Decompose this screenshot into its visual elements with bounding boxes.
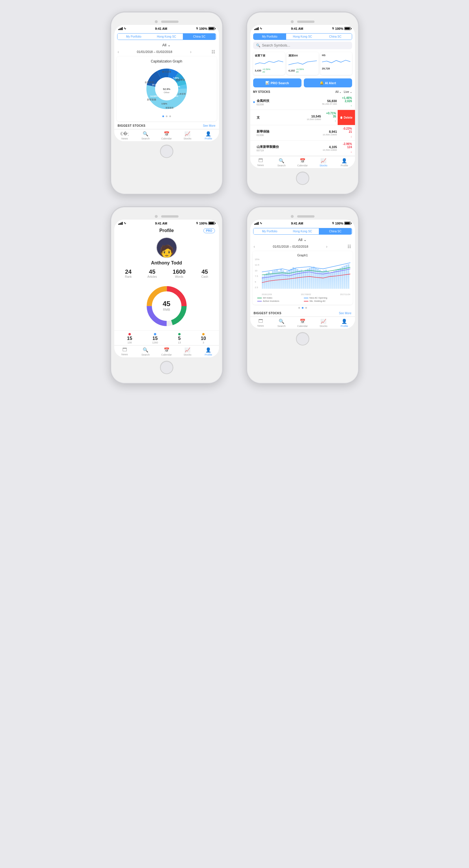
time-3: 9:41 AM (155, 222, 167, 225)
nav-news-1[interactable]: €�; News (114, 131, 135, 140)
nav-profile-2[interactable]: 👤 Profile (334, 158, 355, 167)
chevron-right-icon-1[interactable]: › (190, 50, 191, 54)
change-val-2: -0.23% (337, 127, 352, 130)
nav-profile-1[interactable]: 👤 Profile (198, 131, 219, 140)
y-label-1: 12.5 (255, 264, 259, 266)
tab-bar-1[interactable]: My Portfolio Hong Kong SC China SC (117, 33, 216, 40)
tab-hk-sc-1[interactable]: Hong Kong SC (150, 34, 183, 40)
pro-search-btn-2[interactable]: 📊 PRO Search (253, 79, 302, 87)
activity-val-2: 5 (178, 336, 181, 341)
stock-row-3[interactable]: 山東新華製藥份 00719 4,105 10,500-10600 -2.96% … (250, 141, 355, 156)
search-bar-2[interactable]: 🔍 (253, 42, 352, 49)
nav-profile-4[interactable]: 👤 Profile (334, 318, 355, 328)
nav-news-2[interactable]: 🗖 News (250, 158, 271, 167)
home-button-4[interactable] (296, 332, 309, 345)
stat-rank: 24 Rank (125, 269, 132, 278)
all-dropdown-1[interactable]: All ⌄ (114, 42, 219, 48)
activity-0: 15 130 (127, 333, 132, 344)
status-right-2: ⚕ 100% (332, 27, 351, 30)
home-button-2[interactable] (296, 172, 309, 185)
stock-row-2[interactable]: 新華保險 01336 8,941 10,500-10600 -0.23% 21 … (250, 125, 355, 141)
filter-live-2[interactable]: Live ⌄ (344, 90, 352, 93)
tab-hk-sc-2[interactable]: Hong Kong SC (286, 34, 319, 40)
chevron-right-icon-4[interactable]: › (326, 244, 327, 249)
home-button-3[interactable] (160, 361, 173, 374)
nav-stocks-2[interactable]: 📈 Stocks (313, 158, 334, 167)
tab-hk-sc-4[interactable]: Hong Kong SC (286, 228, 319, 235)
nav-stocks-3[interactable]: 📈 Stocks (177, 347, 198, 356)
home-button-1[interactable] (160, 145, 173, 158)
profile-icon-3: 👤 (206, 347, 211, 353)
nav-profile-3[interactable]: 👤 Profile (198, 347, 219, 356)
wifi-icon-2: ∿ (259, 27, 262, 30)
delete-btn-1[interactable]: 🗑 Delete (338, 110, 355, 125)
nav-calendar-2[interactable]: 📅 Calendar (292, 158, 313, 167)
camera-4 (291, 215, 294, 218)
market-card-0[interactable]: 破賣下資 3,430 +0.59% 20 (253, 52, 285, 75)
change-val2-1: 35 (321, 115, 336, 118)
ai-alert-btn-2[interactable]: 🔔 AI Alert (304, 79, 352, 87)
legend-stk-holding: Stk. Holding AC (304, 300, 348, 302)
label-orient: 東方證券 (162, 71, 171, 73)
date-range-4: 01/01/2018 – 01/02/2018 (273, 245, 308, 248)
chevron-left-icon-1[interactable]: ‹ (118, 50, 119, 54)
tab-my-portfolio-4[interactable]: My Portfolio (253, 228, 286, 235)
donut-wrap-1: 東方證券 東新華製 山東新華 華製藥股 新華製藥 金風科技 7.69% 6.66… (120, 66, 214, 112)
legend-label-inv: Active Investors (263, 300, 279, 302)
arrow-3: ↓ (351, 150, 352, 153)
pct-other: 52.9% (163, 88, 170, 91)
calendar-icon-2: 📅 (300, 158, 306, 163)
nav-profile-label-3: Profile (205, 353, 212, 356)
tab-china-sc-1[interactable]: China SC (183, 34, 216, 40)
market-card-1[interactable]: 滬深300 4,102 +0.59% 20 (287, 52, 318, 75)
tab-china-sc-2[interactable]: China SC (319, 34, 351, 40)
stock-change-0: +1.46% 2,026 ↑ (337, 96, 352, 108)
y-label-3: 7.5 (255, 275, 259, 277)
see-more-4[interactable]: See More (339, 312, 351, 315)
market-card-2[interactable]: HS 29,728 (320, 52, 352, 75)
tab-bar-4[interactable]: My Portfolio Hong Kong SC China SC (253, 228, 352, 235)
y-label-0: 15% (255, 258, 259, 261)
nav-news-3[interactable]: 🗖 News (114, 347, 135, 356)
stock-row-0[interactable]: 金風科技 02208 56,830 56,200-57,000 +1.46% 2… (250, 95, 355, 110)
all-dropdown-4[interactable]: All ⌄ (250, 237, 355, 243)
label-shandong: 山東新華 (178, 93, 186, 95)
nav-stocks-4[interactable]: 📈 Stocks (313, 318, 334, 328)
filter-all-2[interactable]: All ⌄ (335, 90, 341, 93)
nav-calendar-1[interactable]: 📅 Calendar (156, 131, 177, 140)
stat-words: 1600 Words (173, 269, 186, 278)
tab-my-portfolio-2[interactable]: My Portfolio (253, 34, 286, 40)
date-row-1: ‹ 01/01/2018 – 01/02/2018 › ☷ (114, 48, 219, 55)
filter-icon-1[interactable]: ☷ (212, 50, 215, 54)
filter-icon-4[interactable]: ☷ (347, 244, 351, 249)
phone-bottom-1 (114, 141, 219, 162)
tab-my-portfolio-1[interactable]: My Portfolio (118, 34, 150, 40)
stock-name-3: 山東新華製藥份 (257, 145, 323, 149)
search-input-2[interactable] (262, 43, 349, 48)
nav-search-3[interactable]: 🔍 Search (135, 347, 156, 356)
nav-news-4[interactable]: 🗖 News (250, 318, 271, 328)
phone-inner-3: ∿ 9:41 AM ⚕ 100% Profile PRO (114, 220, 219, 357)
bottom-nav-2: 🗖 News 🔍 Search 📅 Calendar 📈 Stocks 👤 (250, 156, 355, 168)
nav-stocks-1[interactable]: 📈 Stocks (177, 131, 198, 140)
nav-search-1[interactable]: 🔍 Search (135, 131, 156, 140)
nav-calendar-3[interactable]: 📅 Calendar (156, 347, 177, 356)
stock-price-val-3: 4,105 (322, 145, 337, 149)
pro-badge-3[interactable]: PRO (204, 228, 215, 233)
stock-row-1[interactable]: 支 10,545 10,500-10600 +0.71% 35 ↑ 🗑 Dele… (250, 110, 355, 125)
svg-rect-40 (341, 267, 343, 289)
chevron-left-icon-4[interactable]: ‹ (254, 244, 255, 249)
nav-calendar-4[interactable]: 📅 Calendar (292, 318, 313, 328)
nav-search-4[interactable]: 🔍 Search (271, 318, 292, 328)
svg-rect-23 (307, 269, 308, 289)
svg-rect-36 (333, 271, 335, 289)
tab-bar-2[interactable]: My Portfolio Hong Kong SC China SC (253, 33, 352, 40)
nav-search-2[interactable]: 🔍 Search (271, 158, 292, 167)
stat-val-words: 1600 (173, 269, 186, 275)
pro-search-icon-2: 📊 (265, 81, 269, 85)
chevron-down-icon-4: ⌄ (304, 238, 307, 242)
stock-info-0: 金風科技 02208 (257, 99, 322, 106)
nav-stocks-label-1: Stocks (183, 137, 191, 140)
tab-china-sc-4[interactable]: China SC (319, 228, 351, 235)
see-more-1[interactable]: See More (203, 124, 215, 127)
